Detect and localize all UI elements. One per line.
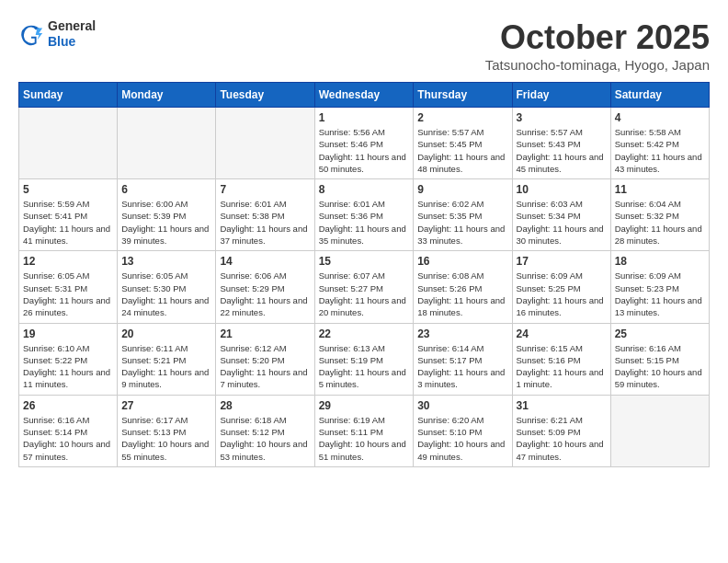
day-number: 18: [615, 255, 705, 268]
day-number: 11: [615, 183, 705, 196]
calendar-header-row: Sunday Monday Tuesday Wednesday Thursday…: [19, 83, 710, 108]
day-info: Sunrise: 6:02 AMSunset: 5:35 PMDaylight:…: [417, 198, 507, 247]
logo-general-text: General: [48, 18, 96, 34]
day-info: Sunrise: 6:15 AMSunset: 5:16 PMDaylight:…: [517, 342, 607, 391]
calendar-cell: 8Sunrise: 6:01 AMSunset: 5:36 PMDaylight…: [314, 179, 414, 251]
day-number: 28: [220, 399, 310, 412]
calendar-cell: 10Sunrise: 6:03 AMSunset: 5:34 PMDayligh…: [512, 179, 610, 251]
day-number: 17: [517, 255, 607, 268]
day-number: 5: [23, 183, 113, 196]
calendar-cell: 14Sunrise: 6:06 AMSunset: 5:29 PMDayligh…: [216, 251, 314, 323]
day-number: 7: [220, 183, 310, 196]
day-info: Sunrise: 5:58 AMSunset: 5:42 PMDaylight:…: [615, 126, 705, 175]
col-saturday: Saturday: [610, 83, 709, 108]
calendar-cell: 23Sunrise: 6:14 AMSunset: 5:17 PMDayligh…: [414, 323, 512, 395]
day-number: 25: [615, 327, 705, 340]
day-info: Sunrise: 6:00 AMSunset: 5:39 PMDaylight:…: [121, 198, 211, 247]
day-info: Sunrise: 5:57 AMSunset: 5:43 PMDaylight:…: [517, 126, 607, 175]
calendar-cell: 16Sunrise: 6:08 AMSunset: 5:26 PMDayligh…: [414, 251, 512, 323]
calendar-cell: 13Sunrise: 6:05 AMSunset: 5:30 PMDayligh…: [118, 251, 216, 323]
day-number: 1: [319, 111, 410, 124]
month-title: October 2025: [485, 18, 710, 57]
location: Tatsunocho-tominaga, Hyogo, Japan: [485, 57, 710, 73]
calendar-cell: 2Sunrise: 5:57 AMSunset: 5:45 PMDaylight…: [414, 108, 512, 179]
day-info: Sunrise: 6:14 AMSunset: 5:17 PMDaylight:…: [417, 342, 507, 391]
day-number: 10: [517, 183, 607, 196]
day-info: Sunrise: 6:18 AMSunset: 5:12 PMDaylight:…: [220, 414, 310, 463]
day-info: Sunrise: 6:21 AMSunset: 5:09 PMDaylight:…: [517, 414, 607, 463]
day-info: Sunrise: 6:09 AMSunset: 5:25 PMDaylight:…: [517, 270, 607, 318]
day-info: Sunrise: 5:57 AMSunset: 5:45 PMDaylight:…: [417, 126, 507, 175]
calendar-cell: 9Sunrise: 6:02 AMSunset: 5:35 PMDaylight…: [414, 179, 512, 251]
calendar-cell: [118, 108, 216, 179]
calendar-week-5: 26Sunrise: 6:16 AMSunset: 5:14 PMDayligh…: [19, 395, 710, 466]
calendar-cell: 26Sunrise: 6:16 AMSunset: 5:14 PMDayligh…: [19, 395, 118, 466]
calendar-cell: 25Sunrise: 6:16 AMSunset: 5:15 PMDayligh…: [610, 323, 709, 395]
day-info: Sunrise: 6:01 AMSunset: 5:36 PMDaylight:…: [319, 198, 410, 247]
calendar-week-4: 19Sunrise: 6:10 AMSunset: 5:22 PMDayligh…: [19, 323, 710, 395]
day-info: Sunrise: 5:56 AMSunset: 5:46 PMDaylight:…: [319, 126, 410, 175]
day-info: Sunrise: 6:16 AMSunset: 5:15 PMDaylight:…: [615, 342, 705, 391]
day-info: Sunrise: 6:16 AMSunset: 5:14 PMDaylight:…: [23, 414, 113, 463]
calendar-cell: [216, 108, 314, 179]
calendar-cell: 30Sunrise: 6:20 AMSunset: 5:10 PMDayligh…: [414, 395, 512, 466]
day-number: 9: [417, 183, 507, 196]
calendar-cell: 3Sunrise: 5:57 AMSunset: 5:43 PMDaylight…: [512, 108, 610, 179]
col-sunday: Sunday: [19, 83, 118, 108]
day-number: 27: [121, 399, 211, 412]
day-number: 24: [517, 327, 607, 340]
day-info: Sunrise: 6:04 AMSunset: 5:32 PMDaylight:…: [615, 198, 705, 247]
day-number: 21: [220, 327, 310, 340]
calendar-table: Sunday Monday Tuesday Wednesday Thursday…: [18, 82, 710, 467]
logo-icon: [18, 21, 44, 47]
calendar-cell: 21Sunrise: 6:12 AMSunset: 5:20 PMDayligh…: [216, 323, 314, 395]
day-number: 2: [417, 111, 507, 124]
day-number: 12: [23, 255, 113, 268]
day-info: Sunrise: 6:09 AMSunset: 5:23 PMDaylight:…: [615, 270, 705, 318]
day-number: 23: [417, 327, 507, 340]
calendar-cell: 1Sunrise: 5:56 AMSunset: 5:46 PMDaylight…: [314, 108, 414, 179]
day-info: Sunrise: 6:12 AMSunset: 5:20 PMDaylight:…: [220, 342, 310, 391]
day-info: Sunrise: 6:05 AMSunset: 5:30 PMDaylight:…: [121, 270, 211, 318]
calendar-cell: 5Sunrise: 5:59 AMSunset: 5:41 PMDaylight…: [19, 179, 118, 251]
calendar-cell: 28Sunrise: 6:18 AMSunset: 5:12 PMDayligh…: [216, 395, 314, 466]
day-info: Sunrise: 6:19 AMSunset: 5:11 PMDaylight:…: [319, 414, 410, 463]
page-header: General Blue October 2025 Tatsunocho-tom…: [18, 18, 710, 73]
day-info: Sunrise: 6:10 AMSunset: 5:22 PMDaylight:…: [23, 342, 113, 391]
day-number: 15: [319, 255, 410, 268]
calendar-cell: 20Sunrise: 6:11 AMSunset: 5:21 PMDayligh…: [118, 323, 216, 395]
calendar-cell: 19Sunrise: 6:10 AMSunset: 5:22 PMDayligh…: [19, 323, 118, 395]
day-info: Sunrise: 6:13 AMSunset: 5:19 PMDaylight:…: [319, 342, 410, 391]
calendar-cell: 22Sunrise: 6:13 AMSunset: 5:19 PMDayligh…: [314, 323, 414, 395]
col-wednesday: Wednesday: [314, 83, 414, 108]
calendar-cell: 6Sunrise: 6:00 AMSunset: 5:39 PMDaylight…: [118, 179, 216, 251]
day-number: 3: [517, 111, 607, 124]
day-info: Sunrise: 6:06 AMSunset: 5:29 PMDaylight:…: [220, 270, 310, 318]
calendar-week-2: 5Sunrise: 5:59 AMSunset: 5:41 PMDaylight…: [19, 179, 710, 251]
col-monday: Monday: [118, 83, 216, 108]
logo-blue-text: Blue: [48, 34, 96, 50]
day-info: Sunrise: 6:08 AMSunset: 5:26 PMDaylight:…: [417, 270, 507, 318]
day-info: Sunrise: 6:07 AMSunset: 5:27 PMDaylight:…: [319, 270, 410, 318]
day-info: Sunrise: 6:17 AMSunset: 5:13 PMDaylight:…: [121, 414, 211, 463]
day-info: Sunrise: 6:05 AMSunset: 5:31 PMDaylight:…: [23, 270, 113, 318]
day-number: 31: [517, 399, 607, 412]
calendar-cell: 31Sunrise: 6:21 AMSunset: 5:09 PMDayligh…: [512, 395, 610, 466]
col-tuesday: Tuesday: [216, 83, 314, 108]
calendar-cell: 18Sunrise: 6:09 AMSunset: 5:23 PMDayligh…: [610, 251, 709, 323]
calendar-week-1: 1Sunrise: 5:56 AMSunset: 5:46 PMDaylight…: [19, 108, 710, 179]
calendar-cell: 7Sunrise: 6:01 AMSunset: 5:38 PMDaylight…: [216, 179, 314, 251]
calendar-cell: 12Sunrise: 6:05 AMSunset: 5:31 PMDayligh…: [19, 251, 118, 323]
day-number: 8: [319, 183, 410, 196]
title-block: October 2025 Tatsunocho-tominaga, Hyogo,…: [485, 18, 710, 73]
day-number: 6: [121, 183, 211, 196]
calendar-cell: 17Sunrise: 6:09 AMSunset: 5:25 PMDayligh…: [512, 251, 610, 323]
calendar-cell: 24Sunrise: 6:15 AMSunset: 5:16 PMDayligh…: [512, 323, 610, 395]
day-number: 30: [417, 399, 507, 412]
day-number: 26: [23, 399, 113, 412]
day-info: Sunrise: 6:20 AMSunset: 5:10 PMDaylight:…: [417, 414, 507, 463]
calendar-cell: 4Sunrise: 5:58 AMSunset: 5:42 PMDaylight…: [610, 108, 709, 179]
day-info: Sunrise: 5:59 AMSunset: 5:41 PMDaylight:…: [23, 198, 113, 247]
day-number: 29: [319, 399, 410, 412]
col-thursday: Thursday: [414, 83, 512, 108]
